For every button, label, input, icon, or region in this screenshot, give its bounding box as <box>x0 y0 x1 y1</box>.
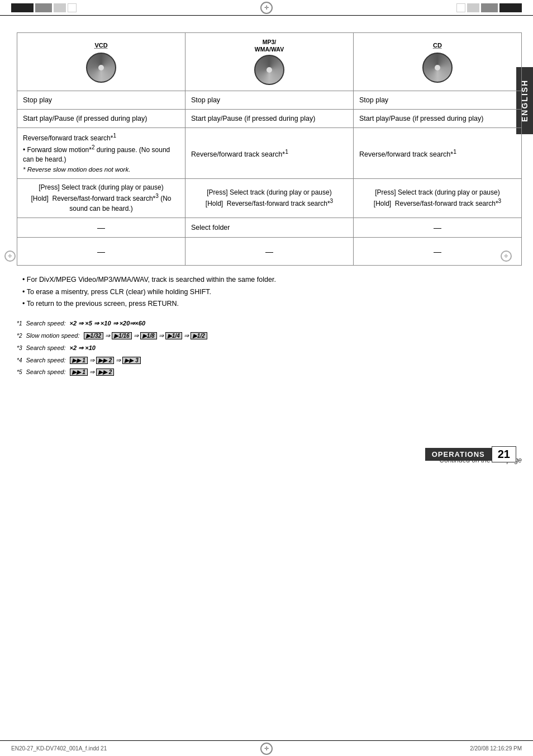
footnote-4: *4 Search speed: ▶▶ 1 ⇒ ▶▶ 2 ⇒ ▶▶ 3 <box>17 355 522 366</box>
fn2-value: ▶1/32 ⇒ ▶1/16 ⇒ ▶1/8 ⇒ ▶1/4 ⇒ ▶1/2 <box>84 330 207 342</box>
fn1-num: *1 <box>17 319 22 329</box>
footnote-2: *2 Slow motion speed: ▶1/32 ⇒ ▶1/16 ⇒ ▶1… <box>17 330 522 342</box>
compass-top: ✛ <box>260 2 273 14</box>
note-item: To erase a misentry, press CLR (clear) w… <box>22 286 522 298</box>
row2-col2: Start play/Pause (if pressed during play… <box>185 110 354 128</box>
fn1-label: Search speed: <box>24 318 67 329</box>
row6-col3: — <box>354 238 522 266</box>
block-dark-2 <box>499 3 522 12</box>
footnote-5: *5 Search speed: ▶▶ 1 ⇒ ▶▶ 2 <box>17 367 522 378</box>
row3-col2: Reverse/forward track search*1 <box>185 128 354 179</box>
block-white-1 <box>68 3 77 12</box>
footnote-1: *1 Search speed: ×2 ⇒ ×5 ⇒ ×10 ⇒ ×20⇒×60 <box>17 318 522 329</box>
block-med-2 <box>481 3 498 12</box>
row1-col1: Stop play <box>17 91 185 110</box>
row4-col1: [Press] Select track (during play or pau… <box>17 179 185 218</box>
main-content: ✛ ✛ VCD MP3/WMA/WAV <box>0 16 533 478</box>
border-blocks-left <box>11 3 77 12</box>
table-header-row: VCD MP3/WMA/WAV CD <box>17 33 522 91</box>
notes-section: For DivX/MPEG Video/MP3/WMA/WAV, track i… <box>17 274 522 310</box>
row4-col3: [Press] Select track (during play or pau… <box>354 179 522 218</box>
table-row: — Select folder — <box>17 218 522 238</box>
row6-col1: — <box>17 238 185 266</box>
mp3-disc-hole <box>266 67 272 73</box>
vcd-disc <box>86 53 116 83</box>
block-white-2 <box>456 3 465 12</box>
mp3-disc <box>254 55 284 85</box>
row1-col3: Stop play <box>354 91 522 110</box>
fn3-value: ×2 ⇒ ×10 <box>70 343 96 354</box>
fn5-label: Search speed: <box>24 367 67 378</box>
table-row: — — — <box>17 238 522 266</box>
note-item: For DivX/MPEG Video/MP3/WMA/WAV, track i… <box>22 274 522 286</box>
operations-label: OPERATIONS <box>425 448 492 461</box>
operations-badge: OPERATIONS 21 <box>425 446 516 462</box>
block-dark-1 <box>11 3 34 12</box>
block-light-2 <box>467 3 479 12</box>
row5-col1: — <box>17 218 185 238</box>
fn4-num: *4 <box>17 356 22 366</box>
row2-col3: Start play/Pause (if pressed during play… <box>354 110 522 128</box>
note-item: To return to the previous screen, press … <box>22 298 522 310</box>
cd-disc-hole <box>435 65 440 70</box>
col-header-cd: CD <box>354 33 522 91</box>
table-row: Reverse/forward track search*1 • Forward… <box>17 128 522 179</box>
row6-col2: — <box>185 238 354 266</box>
file-info: EN20-27_KD-DV7402_001A_f.indd 21 <box>11 745 107 752</box>
fn1-value: ×2 ⇒ ×5 ⇒ ×10 ⇒ ×20⇒×60 <box>70 318 146 329</box>
border-blocks-right <box>456 3 522 12</box>
timestamp: 2/20/08 12:16:29 PM <box>470 745 522 752</box>
row3-col1: Reverse/forward track search*1 • Forward… <box>17 128 185 179</box>
col-header-mp3: MP3/WMA/WAV <box>185 33 354 91</box>
fn2-label: Slow motion speed: <box>24 330 81 342</box>
fn5-num: *5 <box>17 367 22 377</box>
main-table: VCD MP3/WMA/WAV CD <box>17 32 522 266</box>
fn4-label: Search speed: <box>24 355 67 366</box>
compass-bottom: ✛ <box>260 743 273 755</box>
row2-col1: Start play/Pause (if pressed during play… <box>17 110 185 128</box>
fn4-value: ▶▶ 1 ⇒ ▶▶ 2 ⇒ ▶▶ 3 <box>70 355 141 366</box>
vcd-label: VCD <box>94 41 107 50</box>
col-header-vcd: VCD <box>17 33 185 91</box>
fn3-label: Search speed: <box>24 343 67 354</box>
row5-col3: — <box>354 218 522 238</box>
top-border: ✛ <box>0 0 533 16</box>
row4-col2: [Press] Select track (during play or pau… <box>185 179 354 218</box>
row5-col2: Select folder <box>185 218 354 238</box>
fn5-value: ▶▶ 1 ⇒ ▶▶ 2 <box>70 367 115 378</box>
footnotes-section: *1 Search speed: ×2 ⇒ ×5 ⇒ ×10 ⇒ ×20⇒×60… <box>17 318 522 378</box>
compass-left: ✛ <box>4 251 16 262</box>
compass-right: ✛ <box>501 251 512 262</box>
bottom-bar: EN20-27_KD-DV7402_001A_f.indd 21 ✛ 2/20/… <box>0 740 533 756</box>
block-med-1 <box>35 3 52 12</box>
fn3-num: *3 <box>17 343 22 353</box>
fn2-num: *2 <box>17 331 22 341</box>
row3-col3: Reverse/forward track search*1 <box>354 128 522 179</box>
page-number: 21 <box>492 446 516 462</box>
vcd-disc-hole <box>98 65 104 70</box>
table-row: [Press] Select track (during play or pau… <box>17 179 522 218</box>
row1-col2: Stop play <box>185 91 354 110</box>
cd-disc <box>422 53 453 83</box>
table-row: Start play/Pause (if pressed during play… <box>17 110 522 128</box>
mp3-label: MP3/WMA/WAV <box>255 39 284 53</box>
cd-label: CD <box>433 41 442 50</box>
block-light-1 <box>54 3 66 12</box>
footnote-3: *3 Search speed: ×2 ⇒ ×10 <box>17 343 522 354</box>
table-row: Stop play Stop play Stop play <box>17 91 522 110</box>
